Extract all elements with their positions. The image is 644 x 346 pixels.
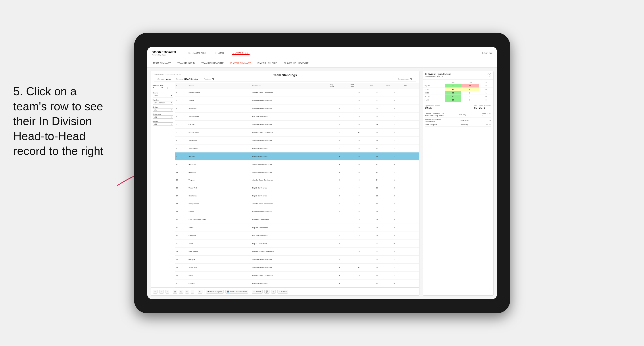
table-row[interactable]: 1 North Carolina Atlantic Coast Conferen… [175,89,419,97]
save-icon: 💾 [227,291,229,293]
nav-teams[interactable]: TEAMS [214,52,225,54]
sub-nav-player-h2h-heatmap[interactable]: PLAYER H2H HEATMAP [283,59,310,67]
nav-tournaments[interactable]: TOURNAMENTS [185,52,207,54]
table-row[interactable]: 15 Georgia Tech Atlantic Coast Conferenc… [175,200,419,208]
logo-area: SCOREBOARD Powered by clippd [152,50,176,56]
plus-btn[interactable]: + [185,290,189,294]
col-tour: Tour [386,83,403,89]
undo-btn[interactable]: ↩ [153,290,158,294]
grid-btn[interactable]: ⊞ [271,290,276,294]
table-row[interactable]: 24 Duke Atlantic Coast Conference 5 9 27… [175,271,419,279]
region-filter[interactable]: N/A ▾ [153,108,173,112]
table-row[interactable]: 2 Auburn Southeastern Conference 1 9 27 … [175,97,419,105]
table-row[interactable]: 21 New Mexico Mountain West Conference 1… [175,248,419,256]
table-row[interactable]: >100 27 0 0 [423,98,493,102]
table-row[interactable]: 9 Arizona Pac-12 Conference 5 8 24 1 [175,152,419,160]
table-row[interactable]: 23 Texas A&M Southeastern Conference 9 1… [175,263,419,271]
gender-filter[interactable]: Men's ▾ [153,94,173,97]
table-row[interactable]: 14 Oklahoma Big 12 Conference 3 9 26 2 [175,192,419,200]
share-icon: ↗ [279,291,280,293]
annotation-text: 5. Click on a team's row to see their In… [13,84,110,159]
top-nav: SCOREBOARD Powered by clippd TOURNAMENTS… [147,47,497,59]
panel-title: Team Standings [181,73,389,77]
tournament-row[interactable]: Jackson T. Stephens CupMen's Match Play … [425,112,491,118]
sub-nav-player-h2h-grid[interactable]: PLAYER H2H GRID [256,59,278,67]
sub-nav-team-h2h-heatmap[interactable]: TEAM H2H HEATMAP [200,59,225,67]
col-conf-rank: ConfRank [349,83,369,89]
table-row[interactable]: 20 Texas Big 12 Conference 3 7 20 0 [175,240,419,248]
col-rds: Rds [369,83,386,89]
table-row[interactable]: 22 Georgia Southeastern Conference 8 7 2… [175,256,419,264]
table-row[interactable]: 6 Florida State Atlantic Coast Conferenc… [175,128,419,136]
table-row[interactable]: 7 Tennessee Southeastern Conference 4 6 … [175,136,419,144]
sign-out[interactable]: | Sign out [482,52,492,54]
comment-btn[interactable]: 💬 [264,290,270,294]
col-win: Win [403,83,419,89]
table-row[interactable]: 5 Ole Miss Southeastern Conference 3 6 1… [175,120,419,128]
table-row[interactable]: 18 Illinois Big Ten Conference 1 9 26 3 [175,224,419,232]
tournament-row[interactable]: Arizona ThunderbirdsIntercollegiate Stro… [425,118,491,123]
forward-btn[interactable]: ⟩ [166,290,169,294]
table-row[interactable]: 11-25 11 8 0 [423,88,493,91]
table-row[interactable]: 19 California Pac-12 Conference 4 8 24 2 [175,232,419,240]
table-row[interactable]: 13 Texas Tech Big 12 Conference 1 9 27 2 [175,184,419,192]
table-row[interactable]: 16 Florida Southeastern Conference 7 9 2… [175,208,419,216]
max-rounds-input[interactable] [161,87,168,89]
opponents-label: Opponents in division: [425,105,440,107]
table-row[interactable]: 17 East Tennessee State Southern Confere… [175,216,419,224]
table-row[interactable]: 11 Arkansas Southeastern Conference 6 8 … [175,168,419,176]
tournament-name: Arizona ThunderbirdsIntercollegiate [425,118,460,122]
table-row[interactable]: 25 Oregon Pac-12 Conference 5 7 21 0 [175,279,419,287]
tournament-row[interactable]: Cabo Collegiate Stroke Play 11 17 [425,123,491,127]
copy-btn[interactable]: ⊞ [173,290,177,294]
share-btn[interactable]: ↗ Share [278,290,288,294]
h2h-stats: Opponents in division: 99.1% W-L-T recor… [423,103,493,111]
record-label: W-L-T record in-division: [474,105,491,107]
sep3 [204,289,204,294]
conference-filter[interactable]: (All) ▾ [153,115,173,119]
table-row[interactable]: Top 10 3 13 0 [423,84,493,88]
watch-btn[interactable]: 👁 Watch [252,290,262,294]
sub-nav-player-summary[interactable]: PLAYER SUMMARY [229,59,252,67]
update-time: Update time: 27/03/2024 16:56:26 [154,73,181,75]
eye-icon: 👁 [253,291,255,293]
gender-filter-label: Gender [153,92,173,94]
tournament-name: Cabo Collegiate [425,124,460,126]
table-row[interactable]: 26-50 25 2 1 [423,91,493,95]
table-row[interactable]: 4 Arizona State Pac-12 Conference 4 9 26… [175,112,419,120]
standings-panel: Update time: 27/03/2024 16:56:26 Team St… [151,71,420,296]
table-row[interactable]: 3 Vanderbilt Southeastern Conference 2 8… [175,105,419,112]
main-content: Update time: 27/03/2024 16:56:26 Team St… [147,68,497,299]
conference-filter-label: Conference [153,113,173,115]
paste-btn[interactable]: ⊟ [179,290,184,294]
standings-table: # School Conference RegRank ConfRank Rds… [175,83,419,287]
division-filter[interactable]: NCAA Division I ▾ [153,101,173,105]
sep4 [250,289,250,294]
sep1 [171,289,171,294]
table-row[interactable]: 10 Alabama Southeastern Conference 5 8 2… [175,160,419,168]
nav-committee[interactable]: COMMITTEE [232,51,250,55]
h2h-col-label [423,81,445,84]
sub-nav-team-h2h-grid[interactable]: TEAM H2H GRID [176,59,196,67]
save-custom-btn[interactable]: 💾 Save Custom View [226,290,248,294]
table-row[interactable]: 12 Virginia Atlantic Coast Conference 3 … [175,176,419,184]
table-row[interactable]: 51-100 20 3 0 [423,95,493,98]
view-original-btn[interactable]: 👁 View: Original [206,290,224,294]
clock-btn[interactable]: ⏱ [198,290,202,294]
table-row[interactable]: 8 Washington Pac-12 Conference 2 8 23 1 [175,144,419,152]
redo-btn[interactable]: ↪ [159,290,164,294]
h2h-close-btn[interactable]: × [488,73,491,76]
sub-nav: TEAM SUMMARY TEAM H2H GRID TEAM H2H HEAT… [147,59,497,68]
school-filter[interactable]: (All) ▾ [153,122,173,126]
tournament-result: 1 -17 [486,119,491,121]
h2h-col-win: Win [445,81,461,84]
minus-btn[interactable]: - [191,290,194,294]
h2h-table: Win Loss Tie Top 10 3 13 0 1 [423,81,493,102]
tournament-name: Jackson T. Stephens CupMen's Match Play … [425,113,458,117]
h2h-col-tie: Tie [479,81,493,84]
filter-row-top: Gender: Men's Division: NCAA Division I … [154,77,416,82]
tournament-type: Stroke Play [460,119,486,121]
sub-nav-team-summary[interactable]: TEAM SUMMARY [152,59,172,67]
filters-sidebar: Minimum Rou... - Gender [151,83,175,287]
min-rounds-input[interactable] [153,87,159,89]
